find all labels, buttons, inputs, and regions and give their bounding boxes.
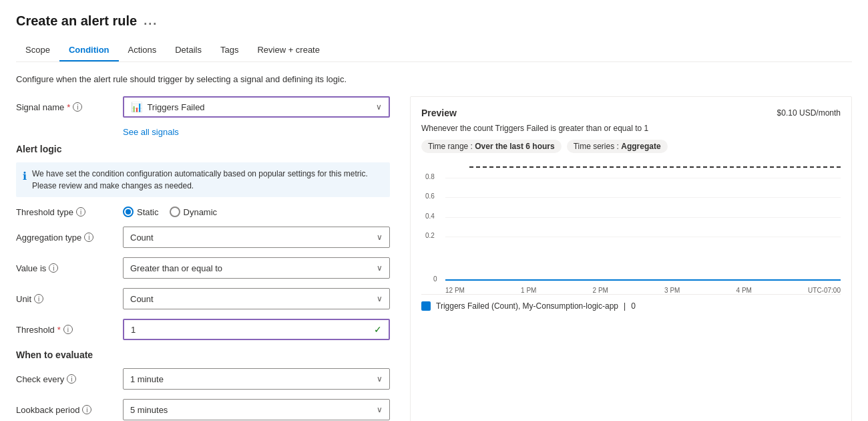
threshold-type-label: Threshold type (16, 207, 73, 217)
signal-chart-icon: 📊 (131, 102, 142, 112)
legend-value: 0 (631, 301, 636, 311)
lookback-period-value: 5 minutes (130, 405, 168, 415)
see-all-signals-link[interactable]: See all signals (123, 127, 390, 137)
threshold-label: Threshold (16, 325, 55, 335)
aggregation-type-info-icon[interactable]: i (84, 233, 93, 242)
radio-static[interactable]: Static (123, 206, 159, 217)
preview-panel: Preview $0.10 USD/month Whenever the cou… (410, 96, 852, 421)
lookback-chevron-icon: ∨ (377, 405, 383, 414)
unit-info-icon[interactable]: i (34, 294, 43, 303)
when-to-evaluate-title: When to evaluate (16, 349, 390, 360)
time-series-label: Time series : (574, 142, 619, 151)
legend-color-box (421, 301, 431, 311)
threshold-value: 1 (131, 325, 136, 335)
check-every-dropdown[interactable]: 1 minute ∨ (123, 368, 390, 390)
radio-dynamic-label: Dynamic (184, 207, 218, 217)
threshold-input[interactable]: 1 ✓ (123, 319, 390, 340)
threshold-line (469, 166, 841, 168)
page-title: Create an alert rule (16, 13, 137, 29)
lookback-period-dropdown[interactable]: 5 minutes ∨ (123, 399, 390, 420)
lookback-period-label: Lookback period (16, 405, 79, 415)
chart-x-label-3pm: 3 PM (664, 287, 680, 294)
tab-review-create[interactable]: Review + create (248, 39, 329, 61)
preview-description: Whenever the count Triggers Failed is gr… (421, 124, 841, 133)
tab-details[interactable]: Details (166, 39, 211, 61)
value-is-label: Value is (16, 263, 46, 273)
aggregation-type-value: Count (130, 233, 154, 243)
tab-scope[interactable]: Scope (16, 39, 59, 61)
signal-chevron-icon: ∨ (376, 102, 382, 112)
check-every-label: Check every (16, 374, 64, 384)
check-every-chevron-icon: ∨ (377, 374, 383, 384)
legend-separator: | (624, 301, 626, 311)
info-banner: ℹ We have set the condition configuratio… (16, 162, 390, 197)
unit-dropdown[interactable]: Count ∨ (123, 288, 390, 309)
page-description: Configure when the alert rule should tri… (16, 74, 852, 84)
threshold-info-icon[interactable]: i (63, 325, 73, 334)
radio-dynamic-circle (170, 206, 180, 217)
info-banner-text: We have set the condition configuration … (32, 168, 383, 192)
chart-x-label-12pm: 12 PM (445, 287, 465, 294)
check-every-value: 1 minute (130, 374, 164, 384)
preview-title: Preview (421, 108, 457, 118)
radio-dynamic[interactable]: Dynamic (170, 206, 218, 217)
threshold-type-radio-group: Static Dynamic (123, 206, 390, 217)
unit-value: Count (130, 294, 154, 304)
preview-time-series-tag: Time series : Aggregate (567, 140, 668, 153)
value-is-value: Greater than or equal to (130, 263, 222, 273)
time-range-value: Over the last 6 hours (475, 142, 554, 151)
preview-chart: 0.8 0.6 0.4 0.2 0 (421, 161, 841, 295)
lookback-period-info-icon[interactable]: i (82, 405, 91, 414)
value-is-chevron-icon: ∨ (377, 263, 383, 273)
value-is-dropdown[interactable]: Greater than or equal to ∨ (123, 257, 390, 279)
legend-text: Triggers Failed (Count), My-Consumption-… (436, 301, 618, 311)
radio-static-circle (123, 206, 134, 217)
tab-tags[interactable]: Tags (211, 39, 248, 61)
signal-name-label: Signal name (16, 102, 64, 112)
preview-cost: $0.10 USD/month (777, 108, 841, 118)
signal-info-icon[interactable]: i (73, 102, 82, 112)
check-every-info-icon[interactable]: i (67, 374, 76, 384)
alert-logic-title: Alert logic (16, 144, 390, 154)
unit-label: Unit (16, 294, 31, 304)
chart-x-label-4pm: 4 PM (736, 287, 752, 294)
threshold-type-info-icon[interactable]: i (76, 207, 85, 217)
chart-x-label-2pm: 2 PM (593, 287, 608, 294)
radio-static-label: Static (137, 207, 159, 217)
tab-bar: Scope Condition Actions Details Tags Rev… (16, 39, 852, 62)
signal-name-dropdown[interactable]: 📊 Triggers Failed ∨ (123, 96, 390, 118)
page-title-dots: ... (144, 14, 158, 28)
signal-required: * (67, 102, 70, 112)
aggregation-type-label: Aggregation type (16, 233, 81, 243)
aggregation-type-dropdown[interactable]: Count ∨ (123, 227, 390, 248)
aggregation-chevron-icon: ∨ (377, 233, 383, 242)
threshold-check-icon: ✓ (374, 324, 382, 335)
unit-chevron-icon: ∨ (377, 294, 383, 303)
info-banner-icon: ℹ (23, 168, 27, 192)
value-is-info-icon[interactable]: i (49, 263, 58, 273)
tab-condition[interactable]: Condition (59, 39, 119, 61)
time-series-value: Aggregate (621, 142, 660, 151)
preview-time-range-tag: Time range : Over the last 6 hours (421, 140, 562, 153)
threshold-required: * (57, 325, 61, 335)
time-range-label: Time range : (428, 142, 473, 151)
chart-x-label-1pm: 1 PM (521, 287, 536, 294)
chart-legend: Triggers Failed (Count), My-Consumption-… (421, 301, 841, 311)
signal-name-value: Triggers Failed (147, 102, 204, 112)
chart-timezone: UTC-07:00 (808, 287, 841, 294)
tab-actions[interactable]: Actions (119, 39, 166, 61)
